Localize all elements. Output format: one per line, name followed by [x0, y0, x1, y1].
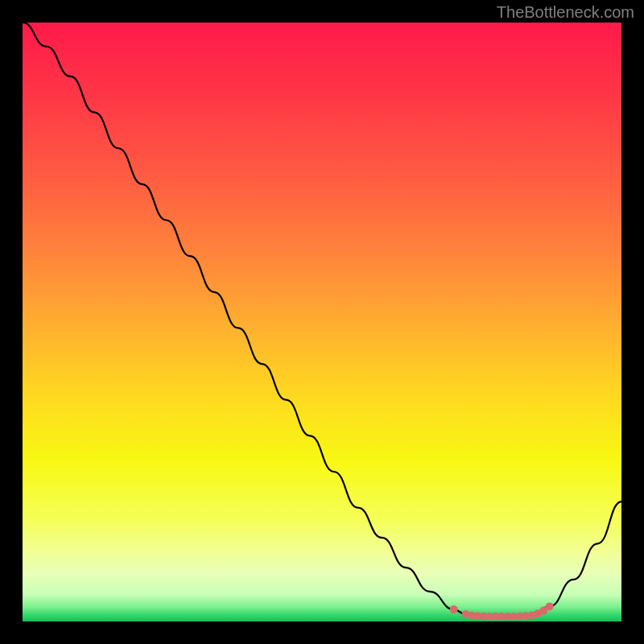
watermark-text: TheBottleneck.com [497, 3, 634, 22]
dot [546, 602, 554, 610]
bottom-dots [450, 602, 554, 621]
main-curve [23, 23, 621, 617]
chart-area [23, 23, 621, 621]
chart-svg [23, 23, 621, 621]
dot [450, 605, 458, 613]
